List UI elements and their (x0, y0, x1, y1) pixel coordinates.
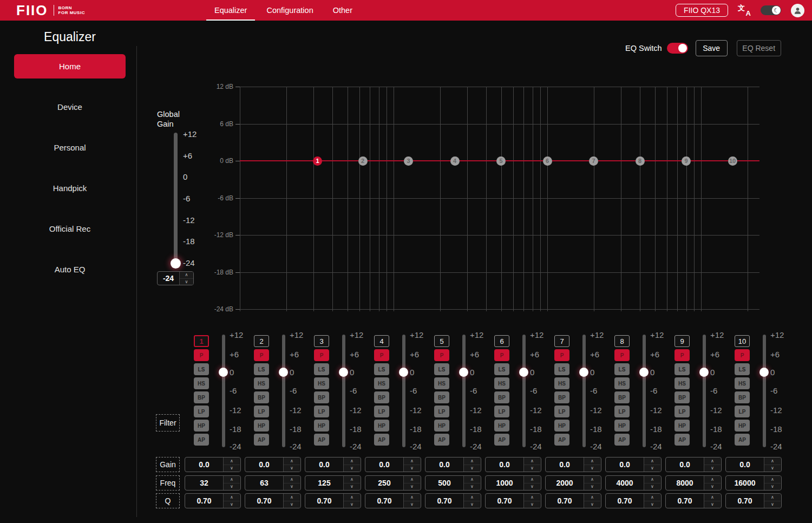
filter-type-button-hs[interactable]: HS (735, 377, 750, 389)
chevron-down-icon[interactable]: ∨ (284, 501, 300, 508)
filter-type-button-bp[interactable]: BP (434, 391, 449, 403)
band-gain-slider-knob[interactable] (219, 368, 228, 377)
filter-type-button-p[interactable]: P (735, 349, 750, 361)
filter-type-button-ls[interactable]: LS (314, 363, 329, 375)
q-input-10[interactable] (726, 494, 764, 508)
filter-type-button-bp[interactable]: BP (194, 391, 209, 403)
band-gain-slider-knob[interactable] (279, 368, 288, 377)
chevron-up-icon[interactable]: ∧ (524, 494, 540, 501)
gain-input-5[interactable] (425, 457, 463, 472)
freq-input-3[interactable] (305, 476, 343, 490)
freq-input-2[interactable] (245, 476, 283, 490)
chevron-down-icon[interactable]: ∨ (404, 501, 420, 508)
chevron-up-icon[interactable]: ∧ (404, 494, 420, 501)
filter-type-button-ap[interactable]: AP (194, 434, 209, 446)
filter-type-button-hp[interactable]: HP (254, 420, 269, 432)
chevron-down-icon[interactable]: ∨ (464, 501, 480, 508)
chevron-down-icon[interactable]: ∨ (764, 483, 781, 491)
sidebar-item-home[interactable]: Home (14, 54, 126, 79)
chevron-down-icon[interactable]: ∨ (644, 483, 660, 491)
filter-type-button-lp[interactable]: LP (254, 406, 269, 417)
save-button[interactable]: Save (696, 40, 728, 56)
chevron-up-icon[interactable]: ∧ (704, 494, 721, 501)
chevron-down-icon[interactable]: ∨ (584, 465, 600, 472)
filter-type-button-bp[interactable]: BP (254, 391, 269, 403)
filter-type-button-hp[interactable]: HP (494, 420, 509, 432)
filter-type-button-ap[interactable]: AP (374, 434, 389, 446)
filter-type-button-hs[interactable]: HS (675, 377, 690, 389)
chevron-down-icon[interactable]: ∨ (284, 465, 300, 472)
filter-type-button-ap[interactable]: AP (675, 434, 690, 446)
eq-reset-button[interactable]: EQ Reset (737, 40, 781, 56)
channel-number-button-7[interactable]: 7 (554, 335, 569, 347)
filter-type-button-bp[interactable]: BP (554, 391, 569, 403)
q-input-8[interactable] (606, 494, 644, 508)
chevron-down-icon[interactable]: ∨ (180, 279, 193, 285)
chevron-down-icon[interactable]: ∨ (344, 501, 360, 508)
chevron-down-icon[interactable]: ∨ (464, 465, 480, 472)
band-gain-slider-knob[interactable] (519, 368, 528, 377)
filter-type-button-hp[interactable]: HP (614, 420, 630, 432)
filter-type-button-ls[interactable]: LS (374, 363, 389, 375)
band-point-9[interactable]: 9 (682, 156, 691, 166)
gain-input-3[interactable] (305, 457, 343, 472)
chevron-down-icon[interactable]: ∨ (404, 465, 420, 472)
q-input-9[interactable] (666, 494, 704, 508)
chevron-down-icon[interactable]: ∨ (704, 501, 721, 508)
filter-type-button-hs[interactable]: HS (374, 377, 389, 389)
chevron-down-icon[interactable]: ∨ (224, 501, 240, 508)
band-gain-slider-track[interactable] (462, 335, 466, 447)
filter-type-button-p[interactable]: P (614, 349, 630, 361)
freq-input-8[interactable] (606, 476, 644, 490)
sidebar-item-handpick[interactable]: Handpick (14, 176, 126, 200)
filter-type-button-hp[interactable]: HP (434, 420, 449, 432)
gain-input-2[interactable] (245, 457, 283, 472)
band-gain-slider-track[interactable] (643, 335, 646, 447)
filter-type-button-hs[interactable]: HS (614, 377, 630, 389)
chevron-up-icon[interactable]: ∧ (644, 494, 660, 501)
filter-type-button-bp[interactable]: BP (675, 391, 690, 403)
filter-type-button-hs[interactable]: HS (434, 377, 449, 389)
filter-type-button-bp[interactable]: BP (314, 391, 329, 403)
band-point-1[interactable]: 1 (313, 156, 322, 166)
channel-number-button-8[interactable]: 8 (614, 335, 630, 347)
chevron-up-icon[interactable]: ∧ (524, 457, 540, 465)
band-point-2[interactable]: 2 (358, 156, 368, 166)
chevron-up-icon[interactable]: ∧ (764, 494, 781, 501)
chevron-down-icon[interactable]: ∨ (644, 465, 660, 472)
filter-type-button-hp[interactable]: HP (194, 420, 209, 432)
band-gain-slider-track[interactable] (222, 335, 225, 447)
user-avatar[interactable] (791, 4, 804, 17)
channel-number-button-4[interactable]: 4 (374, 335, 389, 347)
filter-type-button-p[interactable]: P (374, 349, 389, 361)
chevron-down-icon[interactable]: ∨ (524, 465, 540, 472)
chevron-up-icon[interactable]: ∧ (224, 476, 240, 483)
q-input-2[interactable] (245, 494, 283, 508)
chevron-down-icon[interactable]: ∨ (284, 483, 300, 491)
filter-type-button-hp[interactable]: HP (374, 420, 389, 432)
filter-type-button-bp[interactable]: BP (614, 391, 630, 403)
filter-type-button-hs[interactable]: HS (314, 377, 329, 389)
freq-input-5[interactable] (425, 476, 463, 490)
band-gain-slider-track[interactable] (522, 335, 526, 447)
q-input-7[interactable] (546, 494, 584, 508)
global-gain-slider-knob[interactable] (171, 258, 181, 269)
gain-input-6[interactable] (486, 457, 523, 472)
freq-input-4[interactable] (365, 476, 403, 490)
filter-type-button-ls[interactable]: LS (254, 363, 269, 375)
chevron-down-icon[interactable]: ∨ (524, 501, 540, 508)
chevron-up-icon[interactable]: ∧ (704, 457, 721, 465)
band-gain-slider-knob[interactable] (639, 368, 649, 377)
chevron-down-icon[interactable]: ∨ (344, 483, 360, 491)
gain-input-7[interactable] (546, 457, 584, 472)
filter-type-button-ls[interactable]: LS (735, 363, 750, 375)
chevron-up-icon[interactable]: ∧ (584, 476, 600, 483)
sidebar-item-official-rec[interactable]: Official Rec (14, 217, 126, 241)
chevron-up-icon[interactable]: ∧ (584, 494, 600, 501)
band-point-5[interactable]: 5 (496, 156, 506, 166)
filter-type-button-hp[interactable]: HP (554, 420, 569, 432)
channel-number-button-6[interactable]: 6 (494, 335, 509, 347)
band-gain-slider-track[interactable] (703, 335, 706, 447)
filter-type-button-hs[interactable]: HS (254, 377, 269, 389)
filter-type-button-ap[interactable]: AP (735, 434, 750, 446)
